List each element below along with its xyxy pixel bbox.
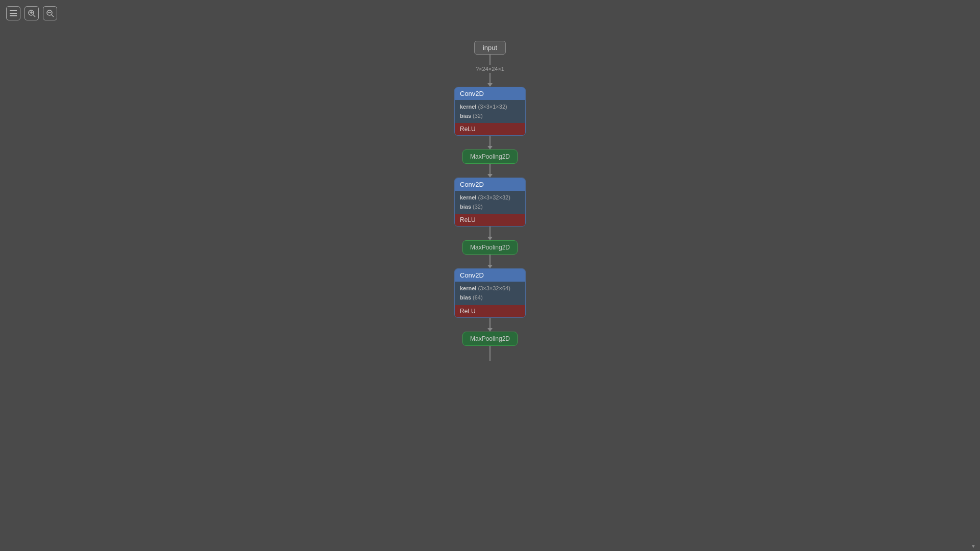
conv2d-header-1: Conv2D (455, 87, 525, 100)
conn-2 (487, 136, 493, 149)
conv1-bias-val: (32) (473, 113, 483, 119)
conv3-kernel-label: kernel (460, 285, 476, 291)
conv3-kernel-val: (3×3×32×64) (478, 285, 510, 291)
maxpooling-node-3[interactable]: MaxPooling2D (462, 332, 518, 346)
input-step: input (474, 41, 506, 55)
conv2d-node-3[interactable]: Conv2D kernel (3×3×32×64) bias (64) ReLU (454, 268, 526, 317)
canvas: input ?×24×24×1 Conv2D kernel (3×3×1×32)… (0, 0, 980, 551)
conn-1: ?×24×24×1 (476, 55, 504, 87)
conv2-bias-val: (32) (473, 204, 483, 210)
conv1-relu: ReLU (455, 123, 525, 135)
maxpooling-node-1[interactable]: MaxPooling2D (462, 149, 518, 164)
conv2d-body-2: kernel (3×3×32×32) bias (32) (455, 191, 525, 214)
network-diagram: input ?×24×24×1 Conv2D kernel (3×3×1×32)… (439, 41, 541, 361)
conv3-bias-label: bias (460, 294, 471, 300)
conv3-bias-val: (64) (473, 294, 483, 300)
conv2d-node-1[interactable]: Conv2D kernel (3×3×1×32) bias (32) ReLU (454, 87, 526, 136)
conv2d-body-1: kernel (3×3×1×32) bias (32) (455, 100, 525, 123)
conn-4 (487, 227, 493, 240)
conn-5 (487, 255, 493, 268)
conv1-kernel-label: kernel (460, 104, 476, 110)
conv2d-node-2[interactable]: Conv2D kernel (3×3×32×32) bias (32) ReLU (454, 178, 526, 227)
conv2d-header-3: Conv2D (455, 269, 525, 282)
conn-3 (487, 164, 493, 178)
scroll-down-arrow[interactable]: ▼ (971, 543, 976, 549)
conv2-bias-label: bias (460, 204, 471, 210)
maxpooling-node-2[interactable]: MaxPooling2D (462, 240, 518, 255)
conn-6 (487, 318, 493, 332)
conv2d-header-2: Conv2D (455, 178, 525, 191)
conn-7 (489, 346, 491, 361)
conv2-kernel-val: (3×3×32×32) (478, 194, 510, 201)
conv2-kernel-label: kernel (460, 194, 476, 201)
input-node[interactable]: input (474, 41, 506, 55)
scrollbar-vertical[interactable]: ▼ (971, 0, 976, 551)
conv1-bias-label: bias (460, 113, 471, 119)
conv1-kernel-val: (3×3×1×32) (478, 104, 507, 110)
shape-label-1: ?×24×24×1 (476, 66, 504, 72)
conv3-relu: ReLU (455, 305, 525, 317)
conv2d-body-3: kernel (3×3×32×64) bias (64) (455, 282, 525, 305)
conv2-relu: ReLU (455, 214, 525, 226)
